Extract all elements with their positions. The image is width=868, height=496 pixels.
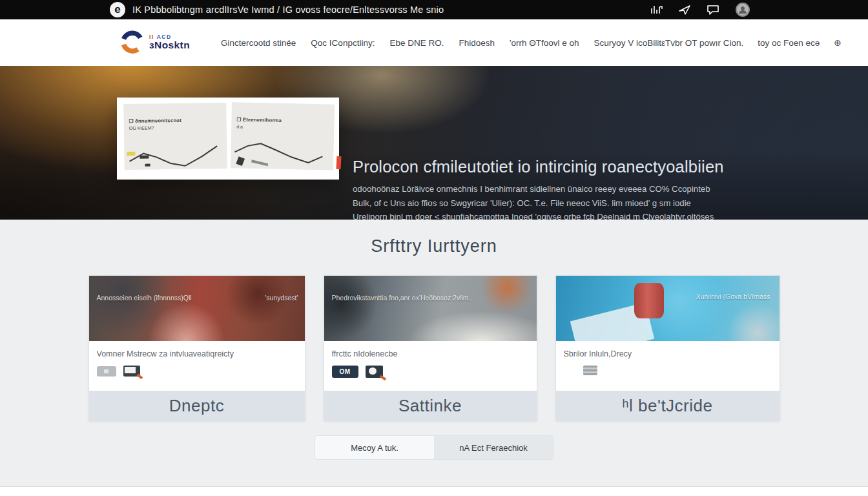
bottom-tab-strip: Mecoy A tuk. nA Ect Feraechiok — [315, 435, 553, 460]
logo-main-text: зNosktn — [149, 40, 190, 50]
nav-right-group: Tvbr OT powır Cion. toy oc Foen ecə ⊕ — [665, 37, 842, 48]
card-1-overlay-left: Annosseien eiselh (ifnnnnss)Qll — [97, 294, 192, 302]
card-3-body: Sbrilor Inluln,Drecy — [556, 341, 780, 391]
hero-doc-left: ❒ ðnnemneonitscnot OG KIEEM? — [123, 103, 227, 170]
hero-image-card: ❒ ðnnemneonitscnot OG KIEEM? ❒ Eteenemih… — [117, 98, 339, 180]
nav-item-1[interactable]: Ginctercootd stinée — [221, 38, 296, 48]
card-1-image: Annosseien eiselh (ifnnnnss)Qll 'sunydse… — [89, 276, 305, 341]
card-3[interactable]: Xuniinivi (Gova bVIrnass Sbrilor Inluln,… — [555, 275, 780, 421]
card-2-footer-label: Sattinke — [324, 391, 537, 420]
line-chart-sketch — [231, 138, 329, 169]
logo-text: IIACD зNosktn — [149, 34, 190, 50]
line-chart-sketch — [125, 138, 223, 169]
topbar-logo-glyph: e — [114, 4, 120, 15]
card-3-footer-label: ʰl be'tJcride — [556, 391, 780, 420]
nav-item-5[interactable]: 'orrh ΘTfoovl e oh — [510, 38, 579, 48]
signal-chart-icon[interactable] — [650, 4, 663, 16]
card-1-body: Vomner Mstrecw za intvluaveatiqreicty — [89, 341, 305, 391]
chat-bubble-icon[interactable] — [706, 4, 720, 16]
tab-1[interactable]: Mecoy A tuk. — [315, 436, 434, 459]
photo-edit-icon — [366, 366, 383, 378]
topbar-brand-text: IK Pbbbolibtngm arcdlIrsVe Iwmd / IG ovo… — [132, 5, 444, 15]
card-3-image: Xuniinivi (Gova bVIrnass — [556, 276, 780, 341]
card-row: Annosseien eiselh (ifnnnnss)Qll 'sunydse… — [0, 275, 868, 421]
tab-2[interactable]: nA Ect Feraechiok — [434, 436, 553, 459]
hero-doc-left-subtitle: OG KIEEM? — [129, 125, 223, 130]
topbar-icon-group — [650, 2, 750, 17]
card-3-meta-text: Sbrilor Inluln,Drecy — [564, 349, 772, 358]
nav-item-3[interactable]: Ebe DNE RO. — [389, 38, 444, 48]
edit-pencil-icon — [123, 366, 140, 377]
content-section: Srfttry Iurttyern Annosseien eiselh (ifn… — [0, 220, 868, 486]
hero-doc-left-title: ❒ ðnnemneonitscnot — [129, 117, 223, 124]
printer-stack-icon — [583, 366, 597, 375]
section-title: Srfttry Iurttyern — [0, 236, 868, 256]
main-header: IIACD зNosktn Ginctercootd stinée Qoc IC… — [0, 19, 868, 66]
site-logo[interactable]: IIACD зNosktn — [119, 30, 190, 55]
send-plane-icon[interactable] — [678, 4, 691, 16]
card-2-body: ffrcttc nIdolenecbe OM — [324, 341, 537, 391]
hero-paragraph: odoohoönaz Löräivce onmechnis I benhimra… — [353, 182, 727, 220]
nav-item-6[interactable]: Scuryoy V icoBilitε — [594, 38, 665, 48]
main-nav: Ginctercootd stinée Qoc IConpctiiny: Ebe… — [221, 38, 665, 48]
globe-icon[interactable]: ⊕ — [834, 37, 841, 48]
nav-item-4[interactable]: Fhidoesh — [459, 38, 495, 48]
card-3-overlay-right: Xuniinivi (Gova bVIrnass — [696, 293, 770, 300]
card-2[interactable]: Phedrovikstavnttia fno,anr ox'Heöbosoz:2… — [324, 275, 537, 421]
hero-doc-right: ❒ Eteenemihorma d.a — [230, 102, 334, 170]
card-1-footer-label: Dneptc — [89, 391, 305, 420]
topbar-logo-icon[interactable]: e — [110, 2, 125, 17]
card-3-icons — [583, 366, 772, 375]
card-2-image: Phedrovikstavnttia fno,anr ox'Heöbosoz:2… — [324, 276, 537, 341]
bottom-white-strip — [0, 486, 868, 496]
avatar-circle-icon[interactable] — [735, 2, 750, 17]
hero-title: Prolocon cfmileutotiet io intircinig roa… — [353, 158, 724, 176]
nav-item-2[interactable]: Qoc IConpctiiny: — [311, 38, 375, 48]
card-1-icons — [97, 366, 297, 377]
red-cylinder-shape — [634, 283, 664, 318]
card-1-meta-text: Vomner Mstrecw za intvluaveatiqreicty — [97, 349, 297, 358]
card-1-overlay-right: 'sunydsest' — [265, 294, 298, 302]
hero-section: ❒ ðnnemneonitscnot OG KIEEM? ❒ Eteenemih… — [0, 66, 868, 220]
hero-doc-right-subtitle: d.a — [236, 125, 330, 131]
logo-mark-icon — [119, 30, 144, 55]
topbar: e IK Pbbbolibtngm arcdlIrsVe Iwmd / IG o… — [0, 0, 868, 19]
red-accent-tab — [336, 156, 341, 169]
page: e IK Pbbbolibtngm arcdlIrsVe Iwmd / IG o… — [0, 0, 868, 496]
nav-right-item-2[interactable]: toy oc Foen ecə — [758, 38, 820, 48]
nav-right-item-1[interactable]: Tvbr OT powır Cion. — [665, 38, 743, 48]
badge-icon — [97, 366, 116, 377]
card-2-meta-text: ffrcttc nIdolenecbe — [332, 349, 529, 358]
card-2-overlay-left: Phedrovikstavnttia fno,anr ox'Heöbosoz:2… — [332, 294, 473, 302]
om-badge: OM — [332, 366, 358, 378]
card-1[interactable]: Annosseien eiselh (ifnnnnss)Qll 'sunydse… — [88, 275, 305, 421]
hero-doc-right-title: ❒ Eteenemihorma — [236, 117, 330, 125]
card-2-icons: OM — [332, 366, 529, 378]
